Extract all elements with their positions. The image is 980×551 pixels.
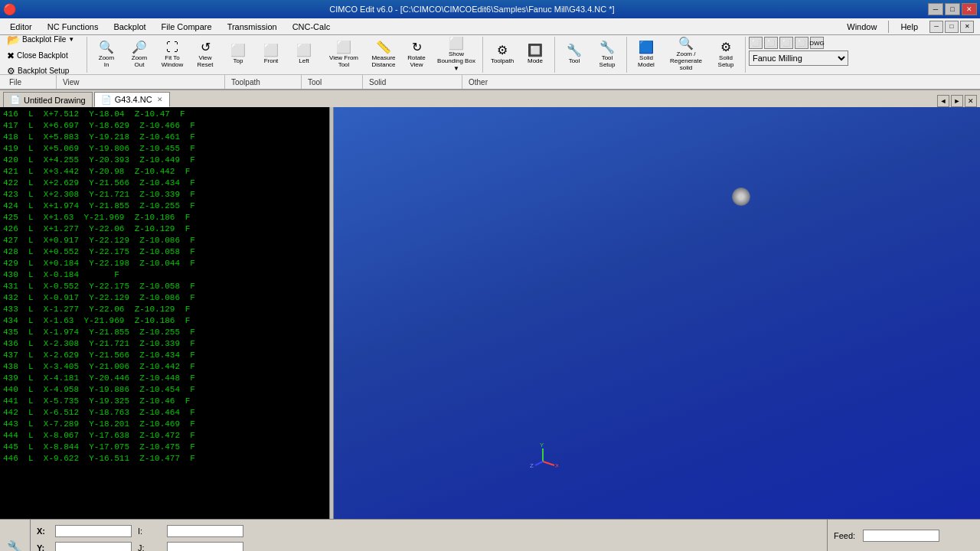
label-file: File (3, 75, 57, 89)
i-input[interactable] (167, 525, 243, 537)
feed-row: Feed: (834, 530, 974, 542)
3d-view-pane[interactable]: X Y Z (334, 107, 980, 519)
code-line: 419 L X+5.069 Y-19.806 Z-10.455 F (3, 143, 326, 155)
other-icon-5[interactable]: DWG (810, 37, 824, 49)
feed-label: Feed: (834, 531, 858, 540)
other-icon-2[interactable]: ⬜ (764, 37, 778, 49)
mode-button[interactable]: 🔲 Mode (519, 38, 551, 72)
tab-close-all[interactable]: ✕ (965, 95, 977, 107)
toolbar-solid-group: 🟦 SolidModel 🔍 Zoom /Regenerate solid ⚙ … (630, 37, 746, 73)
menu-sep (888, 21, 889, 33)
j-label: J: (138, 543, 161, 551)
restore-button[interactable]: □ (945, 3, 960, 15)
toolbar-labels: File View Toolpath Tool Solid Other (0, 75, 980, 90)
j-input[interactable] (167, 542, 243, 551)
i-label: I: (138, 527, 161, 536)
coord-fields: X: I: Y: J: Z: K: (31, 520, 827, 551)
view-reset-icon: ↺ (201, 41, 211, 54)
code-line: 429 L X+0.184 Y-22.198 Z-10.044 F (3, 258, 326, 269)
title-bar-title: CIMCO Edit v6.0 - [C:\CIMCO\CIMCOEdit6\S… (16, 5, 928, 14)
menu-cnc-calc[interactable]: CNC-Calc (286, 20, 338, 34)
view-top-button[interactable]: ⬜ Top (222, 38, 254, 72)
solid-setup-button[interactable]: ⚙ SolidSetup (710, 38, 742, 72)
coord-right-fields: Feed: Tool: (827, 520, 980, 551)
tool-indicator-icon: 🔧 (7, 540, 24, 551)
other-icon-3[interactable]: ⬜ (779, 37, 793, 49)
tab-nav-prev[interactable]: ◄ (937, 95, 949, 107)
code-line: 423 L X+2.308 Y-21.721 Z-10.339 F (3, 189, 326, 201)
zoom-out-button[interactable]: 🔍 ZoomOut (123, 38, 155, 72)
view-from-tool-icon: ⬜ (336, 41, 351, 54)
fit-to-window-button[interactable]: ⛶ Fit ToWindow (156, 38, 188, 72)
label-solid: Solid (363, 75, 462, 89)
tab-nav-next[interactable]: ► (951, 95, 963, 107)
feed-input[interactable] (863, 530, 939, 542)
other-icon-1[interactable]: ⬜ (749, 37, 763, 49)
code-line: 436 L X-2.308 Y-21.721 Z-10.339 F (3, 338, 326, 350)
svg-text:Z: Z (530, 462, 534, 469)
code-line: 441 L X-5.735 Y-19.325 Z-10.46 F (3, 396, 326, 407)
code-line: 431 L X-0.552 Y-22.175 Z-10.058 F (3, 281, 326, 292)
main-content: 416 L X+7.512 Y-18.04 Z-10.47 F417 L X+6… (0, 107, 980, 519)
zoom-out-icon: 🔍 (132, 41, 147, 54)
code-line: 421 L X+3.442 Y-20.98 Z-10.442 F (3, 166, 326, 178)
zoom-regenerate-button[interactable]: 🔍 Zoom /Regenerate solid (663, 38, 709, 72)
tab-icon-g43: 📄 (101, 95, 112, 105)
minimize-button[interactable]: ─ (928, 3, 943, 15)
tool-setup-icon: 🔧 (599, 41, 615, 54)
toolpath-button[interactable]: ⚙ Toolpath (486, 38, 518, 72)
show-bounding-box-button[interactable]: ⬜ ShowBounding Box ▼ (433, 38, 479, 72)
measure-distance-button[interactable]: 📏 MeasureDistance (368, 38, 400, 72)
view-reset-button[interactable]: ↺ ViewReset (189, 38, 221, 72)
close-backplot-icon: ✖ (7, 51, 15, 61)
code-line: 444 L X-8.067 Y-17.638 Z-10.472 F (3, 430, 326, 442)
tool-button[interactable]: 🔧 Tool (558, 38, 590, 72)
view-front-button[interactable]: ⬜ Front (255, 38, 287, 72)
rotate-view-button[interactable]: ↻ RotateView (400, 38, 433, 72)
cursor-indicator (732, 187, 750, 206)
zoom-regenerate-icon: 🔍 (678, 37, 694, 50)
toolbar-other-group: ⬜ ⬜ ⬜ ⬜ DWG Fanuc Milling Fanuc Turning … (749, 37, 851, 73)
window-minimize-icon[interactable]: ─ (929, 21, 943, 33)
backplot-file-icon: 📂 (7, 34, 20, 46)
label-view: View (57, 75, 225, 89)
code-line: 440 L X-4.958 Y-19.886 Z-10.454 F (3, 384, 326, 396)
app-logo-icon: 🔴 (3, 3, 16, 15)
zoom-in-button[interactable]: 🔍 ZoomIn (90, 38, 122, 72)
x-input[interactable] (55, 525, 132, 537)
label-tool: Tool (302, 75, 363, 89)
tab-close-g43[interactable]: ✕ (157, 96, 163, 103)
code-editor[interactable]: 416 L X+7.512 Y-18.04 Z-10.47 F417 L X+6… (0, 107, 329, 519)
toolbar-file-group: 📂 Backplot File ▼ ✖ Close Backplot ⚙ Bac… (3, 37, 87, 73)
close-backplot-button[interactable]: ✖ Close Backplot (3, 49, 72, 63)
toolpath-icon: ⚙ (497, 44, 508, 57)
view-from-tool-button[interactable]: ⬜ View FromTool (321, 38, 367, 72)
tabs-right-controls: ◄ ► ✕ (937, 95, 980, 107)
xyz-axis-indicator: X Y Z (528, 442, 558, 473)
machine-type-select[interactable]: Fanuc Milling Fanuc Turning Siemens Heid… (749, 51, 848, 66)
menu-help[interactable]: Help (893, 20, 925, 34)
menu-file-compare[interactable]: File Compare (155, 20, 219, 34)
tab-g43[interactable]: 📄 G43.4.NC ✕ (94, 92, 170, 107)
toolbar-view-group: 🔍 ZoomIn 🔍 ZoomOut ⛶ Fit ToWindow ↺ View… (90, 37, 483, 73)
tab-untitled[interactable]: 📄 Untitled Drawing (3, 92, 93, 107)
window-close-icon[interactable]: ✕ (960, 21, 974, 33)
coord-left-icon: 🔧 (0, 520, 31, 551)
menu-window[interactable]: Window (840, 20, 884, 34)
close-button[interactable]: ✕ (962, 3, 977, 15)
tool-setup-button[interactable]: 🔧 ToolSetup (591, 38, 623, 72)
window-restore-icon[interactable]: □ (945, 21, 959, 33)
backplot-file-button[interactable]: 📂 Backplot File ▼ (3, 32, 78, 47)
solid-model-button[interactable]: 🟦 SolidModel (630, 38, 662, 72)
view-left-button[interactable]: ⬜ Left (288, 38, 320, 72)
menu-transmission[interactable]: Transmission (220, 20, 284, 34)
code-line: 442 L X-6.512 Y-18.763 Z-10.464 F (3, 407, 326, 419)
other-icon-4[interactable]: ⬜ (795, 37, 808, 49)
menu-backplot[interactable]: Backplot (106, 20, 152, 34)
code-line: 432 L X-0.917 Y-22.129 Z-10.086 F (3, 292, 326, 304)
code-line: 427 L X+0.917 Y-22.129 Z-10.086 F (3, 235, 326, 246)
title-bar-controls: ─ □ ✕ (928, 3, 977, 15)
svg-line-4 (535, 461, 543, 465)
toolbar: 📂 Backplot File ▼ ✖ Close Backplot ⚙ Bac… (0, 35, 980, 75)
y-input[interactable] (55, 542, 132, 551)
